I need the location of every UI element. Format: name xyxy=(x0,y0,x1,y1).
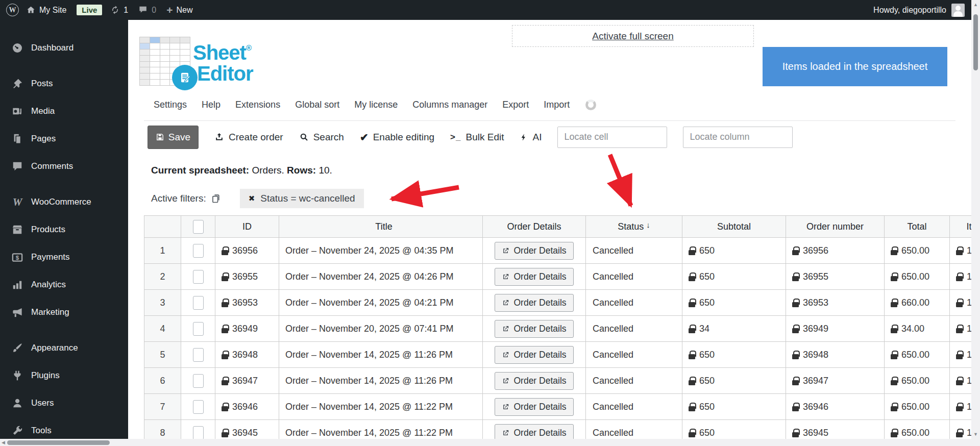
row-checkbox[interactable] xyxy=(193,374,204,388)
total-cell[interactable]: 650.00 xyxy=(885,420,950,439)
copy-filters-icon[interactable] xyxy=(211,193,222,204)
title-cell[interactable]: Order – November 14, 2025 @ 11:26 PM xyxy=(279,368,483,394)
row-checkbox[interactable] xyxy=(193,322,204,336)
sidebar-item-analytics[interactable]: Analytics xyxy=(0,271,128,299)
activate-fullscreen-link[interactable]: Activate full screen xyxy=(592,31,673,42)
scroll-down-icon[interactable]: ▼ xyxy=(971,432,980,437)
sidebar-item-posts[interactable]: Posts xyxy=(0,70,128,97)
menu-item-extensions[interactable]: Extensions xyxy=(235,100,280,110)
sidebar-item-payments[interactable]: $ Payments xyxy=(0,243,128,271)
subtotal-cell[interactable]: 650 xyxy=(682,290,786,316)
items-cell[interactable]: 1 xyxy=(950,316,971,342)
create-order-button[interactable]: Create order xyxy=(214,132,283,143)
menu-item-help[interactable]: Help xyxy=(202,100,220,110)
locate-cell-input[interactable] xyxy=(557,127,667,148)
sidebar-item-users[interactable]: Users xyxy=(0,389,128,417)
id-cell[interactable]: 36945 xyxy=(215,420,279,439)
total-cell[interactable]: 34.00 xyxy=(885,316,950,342)
howdy-account-menu[interactable]: Howdy, diegoportillo xyxy=(873,6,946,15)
subtotal-cell[interactable]: 650 xyxy=(682,342,786,368)
col-header-order-number[interactable]: Order number xyxy=(786,215,885,238)
enable-editing-toggle[interactable]: ✔ Enable editing xyxy=(360,131,434,143)
row-checkbox[interactable] xyxy=(193,348,204,362)
status-cell[interactable]: Cancelled xyxy=(586,290,682,316)
new-menu[interactable]: + New xyxy=(166,5,192,15)
order-number-cell[interactable]: 36949 xyxy=(786,316,885,342)
row-checkbox[interactable] xyxy=(193,244,204,258)
sidebar-item-appearance[interactable]: Appearance xyxy=(0,334,128,362)
id-cell[interactable]: 36946 xyxy=(215,394,279,420)
order-number-cell[interactable]: 36948 xyxy=(786,342,885,368)
ai-button[interactable]: AI xyxy=(520,132,542,143)
scroll-up-icon[interactable]: ▲ xyxy=(971,2,980,7)
sidebar-item-pages[interactable]: Pages xyxy=(0,125,128,153)
status-cell[interactable]: Cancelled xyxy=(586,316,682,342)
items-cell[interactable]: 1 xyxy=(950,238,971,264)
status-cell[interactable]: Cancelled xyxy=(586,368,682,394)
subtotal-cell[interactable]: 650 xyxy=(682,420,786,439)
title-cell[interactable]: Order – November 20, 2025 @ 07:41 PM xyxy=(279,316,483,342)
menu-item-global-sort[interactable]: Global sort xyxy=(295,100,339,110)
col-header-id[interactable]: ID xyxy=(215,215,279,238)
avatar[interactable] xyxy=(951,4,965,17)
id-cell[interactable]: 36956 xyxy=(215,238,279,264)
col-header-total[interactable]: Total xyxy=(885,215,950,238)
bulk-edit-button[interactable]: >_ Bulk Edit xyxy=(450,132,504,143)
menu-item-columns-manager[interactable]: Columns manager xyxy=(412,100,487,110)
horizontal-scrollbar[interactable]: ◀ xyxy=(0,439,980,446)
sidebar-item-plugins[interactable]: Plugins xyxy=(0,362,128,389)
status-cell[interactable]: Cancelled xyxy=(586,342,682,368)
subtotal-cell[interactable]: 650 xyxy=(682,394,786,420)
locate-column-input[interactable] xyxy=(683,127,793,148)
items-cell[interactable]: 1 xyxy=(950,264,971,290)
subtotal-cell[interactable]: 34 xyxy=(682,316,786,342)
order-details-button[interactable]: Order Details xyxy=(495,242,573,260)
total-cell[interactable]: 650.00 xyxy=(885,368,950,394)
site-menu[interactable]: My Site xyxy=(26,5,66,15)
id-cell[interactable]: 36955 xyxy=(215,264,279,290)
sidebar-item-products[interactable]: Products xyxy=(0,216,128,243)
col-header-items[interactable]: Items xyxy=(950,215,971,238)
title-cell[interactable]: Order – November 14, 2025 @ 11:22 PM xyxy=(279,394,483,420)
search-button[interactable]: Search xyxy=(299,132,344,143)
title-cell[interactable]: Order – November 24, 2025 @ 04:21 PM xyxy=(279,290,483,316)
items-cell[interactable]: 1 xyxy=(950,420,971,439)
vertical-scrollbar[interactable]: ▲ ▼ xyxy=(971,0,980,439)
title-cell[interactable]: Order – November 14, 2025 @ 11:22 PM xyxy=(279,420,483,439)
sidebar-item-media[interactable]: Media xyxy=(0,97,128,125)
title-cell[interactable]: Order – November 14, 2025 @ 11:26 PM xyxy=(279,342,483,368)
menu-item-my-license[interactable]: My license xyxy=(354,100,398,110)
order-details-button[interactable]: Order Details xyxy=(495,294,573,312)
sidebar-item-marketing[interactable]: Marketing xyxy=(0,299,128,326)
order-details-button[interactable]: Order Details xyxy=(495,424,573,439)
status-cell[interactable]: Cancelled xyxy=(586,238,682,264)
menu-item-settings[interactable]: Settings xyxy=(154,100,187,110)
sidebar-item-dashboard[interactable]: Dashboard xyxy=(0,34,128,62)
id-cell[interactable]: 36953 xyxy=(215,290,279,316)
updates-menu[interactable]: 1 xyxy=(110,5,128,15)
subtotal-cell[interactable]: 650 xyxy=(682,368,786,394)
row-checkbox[interactable] xyxy=(193,296,204,310)
subtotal-cell[interactable]: 650 xyxy=(682,238,786,264)
order-number-cell[interactable]: 36953 xyxy=(786,290,885,316)
col-header-order-details[interactable]: Order Details xyxy=(483,215,586,238)
row-checkbox[interactable] xyxy=(193,426,204,439)
total-cell[interactable]: 660.00 xyxy=(885,290,950,316)
menu-item-import[interactable]: Import xyxy=(544,100,570,110)
row-checkbox[interactable] xyxy=(193,400,204,414)
id-cell[interactable]: 36948 xyxy=(215,342,279,368)
total-cell[interactable]: 650.00 xyxy=(885,394,950,420)
horizontal-scroll-thumb[interactable] xyxy=(7,440,110,445)
filter-chip-status[interactable]: ✖ Status = wc-cancelled xyxy=(240,189,364,208)
title-cell[interactable]: Order – November 24, 2025 @ 04:35 PM xyxy=(279,238,483,264)
col-header-status[interactable]: Status↓ xyxy=(586,215,682,238)
row-checkbox[interactable] xyxy=(193,270,204,284)
order-details-button[interactable]: Order Details xyxy=(495,320,573,338)
total-cell[interactable]: 650.00 xyxy=(885,342,950,368)
subtotal-cell[interactable]: 650 xyxy=(682,264,786,290)
comments-menu[interactable]: 0 xyxy=(138,5,156,15)
order-number-cell[interactable]: 36955 xyxy=(786,264,885,290)
save-button[interactable]: Save xyxy=(148,126,199,149)
order-details-button[interactable]: Order Details xyxy=(495,372,573,390)
col-header-title[interactable]: Title xyxy=(279,215,483,238)
